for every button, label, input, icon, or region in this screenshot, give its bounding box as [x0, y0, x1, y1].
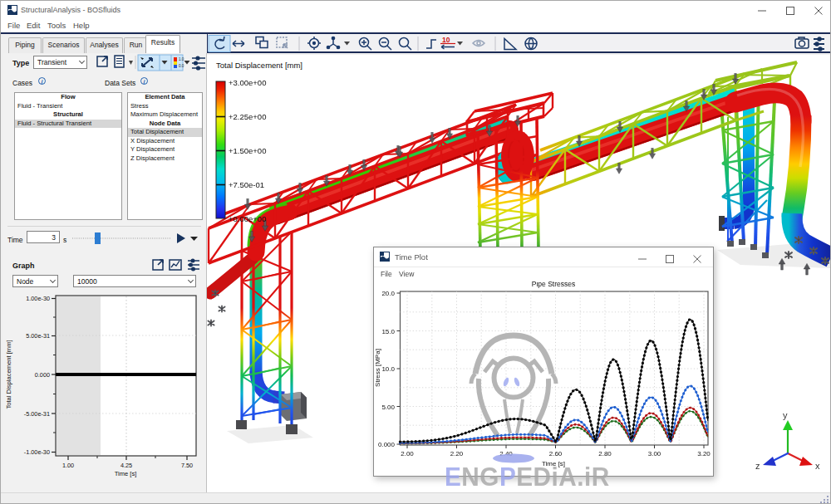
- svg-text:Time [s]: Time [s]: [115, 470, 137, 477]
- svg-text:+3.00e+00: +3.00e+00: [229, 78, 266, 87]
- svg-text:2.60: 2.60: [549, 450, 563, 458]
- svg-text:+2.25e+00: +2.25e+00: [229, 112, 266, 121]
- svg-text:10.0: 10.0: [381, 365, 395, 373]
- svg-text:2.00: 2.00: [401, 450, 414, 458]
- svg-text:2.80: 2.80: [598, 450, 612, 458]
- svg-text:1.00e-30: 1.00e-30: [26, 295, 50, 302]
- svg-text:20.0: 20.0: [381, 290, 395, 297]
- svg-text:+0.00e+00: +0.00e+00: [229, 214, 266, 223]
- svg-text:Pipe Stresses: Pipe Stresses: [532, 281, 575, 288]
- svg-text:3.20: 3.20: [697, 450, 711, 458]
- svg-text:y: y: [783, 410, 788, 420]
- svg-text:z: z: [755, 461, 760, 471]
- svg-text:1.00: 1.00: [62, 462, 74, 469]
- svg-text:x: x: [815, 461, 820, 471]
- svg-text:0.000: 0.000: [378, 441, 396, 448]
- svg-text:0.000: 0.000: [35, 371, 50, 379]
- svg-text:Stress [MPa]: Stress [MPa]: [374, 349, 381, 387]
- svg-text:2.20: 2.20: [450, 450, 464, 458]
- svg-text:15.0: 15.0: [381, 328, 395, 335]
- svg-text:5.00: 5.00: [381, 404, 395, 411]
- svg-text:3.00: 3.00: [648, 450, 661, 458]
- svg-text:1.0: 1.0: [179, 57, 184, 61]
- svg-text:+7.50e-01: +7.50e-01: [229, 180, 264, 189]
- svg-text:0.0: 0.0: [179, 64, 184, 68]
- svg-text:5.00e-31: 5.00e-31: [26, 332, 50, 340]
- svg-text:Total Displacement [mm]: Total Displacement [mm]: [5, 340, 12, 409]
- svg-text:-1.00e-30: -1.00e-30: [24, 448, 50, 456]
- svg-text:7.50: 7.50: [181, 462, 193, 469]
- svg-text:10: 10: [442, 36, 450, 44]
- svg-text:Total Displacement [mm]: Total Displacement [mm]: [216, 61, 302, 70]
- svg-text:4.25: 4.25: [120, 462, 132, 469]
- svg-text:+1.50e+00: +1.50e+00: [229, 146, 266, 155]
- svg-text:-5.00e-31: -5.00e-31: [24, 410, 50, 418]
